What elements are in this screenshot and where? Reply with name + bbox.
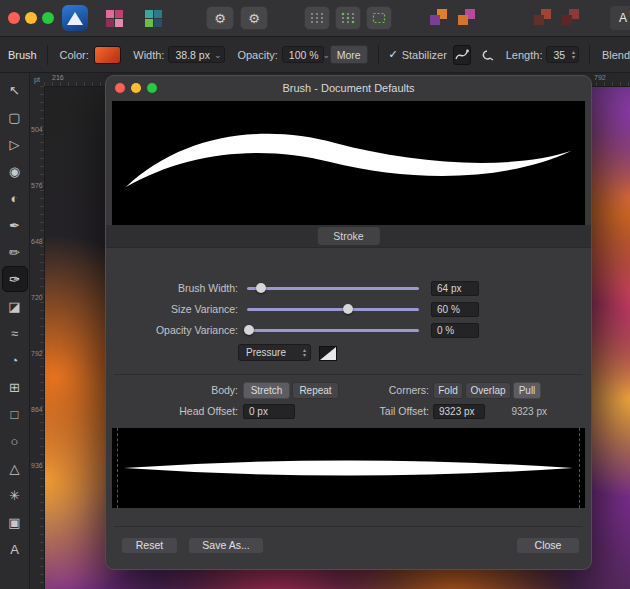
vector-brush-tool[interactable]: ✑	[2, 266, 28, 292]
width-value: 38.8 px	[175, 49, 209, 61]
cutoff-toolbar-item[interactable]: A	[610, 6, 630, 30]
ruler-unit-label[interactable]: pt	[30, 73, 45, 87]
pressure-profile-icon[interactable]	[319, 346, 337, 361]
size-variance-slider[interactable]	[247, 308, 419, 311]
length-label: Length:	[506, 49, 543, 61]
size-variance-value[interactable]: 60 %	[431, 302, 479, 317]
tab-stroke[interactable]: Stroke	[317, 227, 379, 245]
preferences-gear-button[interactable]: ⚙	[206, 6, 234, 30]
brush-width-value[interactable]: 64 px	[431, 281, 479, 296]
flood-select-tool[interactable]: ✳	[2, 482, 28, 508]
width-label: Width:	[133, 49, 164, 61]
order-forward-icon[interactable]	[430, 9, 450, 27]
divider	[114, 526, 583, 527]
reset-button[interactable]: Reset	[121, 537, 178, 554]
pen-tool[interactable]: ✒	[2, 212, 28, 238]
settings-gear-button[interactable]: ⚙	[240, 6, 268, 30]
window-stabilizer-button[interactable]	[477, 46, 493, 64]
slider-thumb[interactable]	[343, 304, 353, 314]
layer-grid-icon[interactable]	[145, 10, 162, 27]
crop-tool[interactable]: ⊞	[2, 374, 28, 400]
dialog-zoom-button[interactable]	[147, 83, 157, 93]
rectangle-tool[interactable]: □	[2, 401, 28, 427]
stabilizer-checkbox[interactable]: ✓	[388, 48, 397, 61]
window-minimize-button[interactable]	[25, 12, 37, 24]
slider-thumb[interactable]	[256, 283, 266, 293]
ruler-tick: 216	[52, 74, 64, 81]
tail-offset-field[interactable]: 9323 px	[433, 404, 485, 419]
controller-value: Pressure	[246, 347, 286, 358]
pencil-tool[interactable]: ✏	[2, 239, 28, 265]
transparency-tool[interactable]: ◐	[2, 185, 28, 211]
opacity-variance-row: Opacity Variance: 0 %	[106, 322, 591, 338]
rope-stabilizer-button[interactable]	[453, 45, 471, 65]
snap-grid-button[interactable]	[304, 6, 330, 30]
shape-tool[interactable]: △	[2, 455, 28, 481]
lasso-loop-icon	[478, 48, 494, 62]
divider	[114, 374, 583, 375]
opacity-variance-slider[interactable]	[247, 329, 419, 332]
opacity-variance-label: Opacity Variance:	[106, 324, 238, 336]
order-backward-icon[interactable]	[458, 9, 478, 27]
stepper-icon: ▴▾	[299, 348, 306, 358]
window-close-button[interactable]	[8, 12, 20, 24]
vertical-ruler: 504 576 648 720 792 864 936	[30, 86, 45, 589]
chevron-down-icon[interactable]: ⌄	[210, 50, 222, 60]
ellipse-tool[interactable]: ○	[2, 428, 28, 454]
move-tool[interactable]: ↖	[2, 77, 28, 103]
brush-swoosh-shape	[112, 101, 585, 225]
pixel-grid-icon[interactable]	[106, 10, 123, 27]
snap-candidates-button[interactable]	[335, 6, 361, 30]
dot-grid-green-icon	[341, 12, 355, 24]
close-button[interactable]: Close	[516, 537, 580, 554]
active-tool-name: Brush	[8, 49, 37, 61]
brush-color-swatch[interactable]	[94, 46, 121, 64]
dialog-title: Brush - Document Defaults	[106, 76, 591, 100]
dialog-close-button[interactable]	[115, 83, 125, 93]
opacity-field[interactable]: 100 % ⌄	[282, 46, 324, 63]
window-controls	[0, 12, 54, 24]
snap-bounds-button[interactable]	[366, 6, 392, 30]
slider-thumb[interactable]	[244, 325, 254, 335]
insert-target-icon-1[interactable]	[534, 9, 554, 27]
size-variance-row: Size Variance: 60 %	[106, 301, 591, 317]
node-tool[interactable]: ▷	[2, 131, 28, 157]
tail-offset-marker[interactable]	[579, 428, 580, 508]
width-field[interactable]: 38.8 px ⌄	[168, 46, 225, 63]
head-offset-marker[interactable]	[117, 428, 118, 508]
brush-width-slider[interactable]	[247, 287, 419, 290]
chevron-down-icon[interactable]: ⌄	[319, 50, 331, 60]
dialog-minimize-button[interactable]	[131, 83, 141, 93]
smudge-tool[interactable]: ≈	[2, 320, 28, 346]
more-button[interactable]: More	[330, 45, 368, 64]
brush-width-row: Brush Width: 64 px	[106, 280, 591, 296]
dialog-titlebar[interactable]: Brush - Document Defaults	[106, 76, 591, 100]
body-stretch-button[interactable]: Stretch	[243, 382, 290, 399]
brush-defaults-dialog: Brush - Document Defaults Stroke Brush W…	[105, 75, 592, 570]
corners-label: Corners:	[329, 382, 429, 399]
insert-target-icon-2[interactable]	[562, 9, 582, 27]
save-as-button[interactable]: Save As...	[188, 537, 264, 554]
rope-squiggle-icon	[454, 48, 470, 62]
stepper-icon[interactable]: ▴▾	[568, 50, 575, 60]
blur-tool[interactable]: ◔	[2, 347, 28, 373]
brush-width-label: Brush Width:	[106, 282, 238, 294]
corners-overlap-button[interactable]: Overlap	[465, 382, 511, 399]
length-field[interactable]: 35 ▴▾	[546, 46, 579, 63]
corners-pull-button[interactable]: Pull	[513, 382, 541, 399]
head-offset-field[interactable]: 0 px	[243, 404, 295, 419]
ruler-tick: 864	[31, 406, 43, 413]
window-zoom-button[interactable]	[42, 12, 54, 24]
place-image-tool[interactable]: ▣	[2, 509, 28, 535]
tail-offset-readout: 9323 px	[499, 404, 547, 419]
text-tool[interactable]: A	[2, 536, 28, 562]
fill-tool[interactable]: ◉	[2, 158, 28, 184]
ruler-tick: 936	[31, 462, 43, 469]
blend-label-cutoff: Blend	[602, 49, 630, 61]
opacity-variance-value[interactable]: 0 %	[431, 323, 479, 338]
artboard-tool[interactable]: ▢	[2, 104, 28, 130]
controller-dropdown[interactable]: Pressure ▴▾	[238, 344, 311, 361]
ruler-tick: 648	[31, 238, 43, 245]
corners-fold-button[interactable]: Fold	[433, 382, 463, 399]
eraser-tool[interactable]: ◪	[2, 293, 28, 319]
